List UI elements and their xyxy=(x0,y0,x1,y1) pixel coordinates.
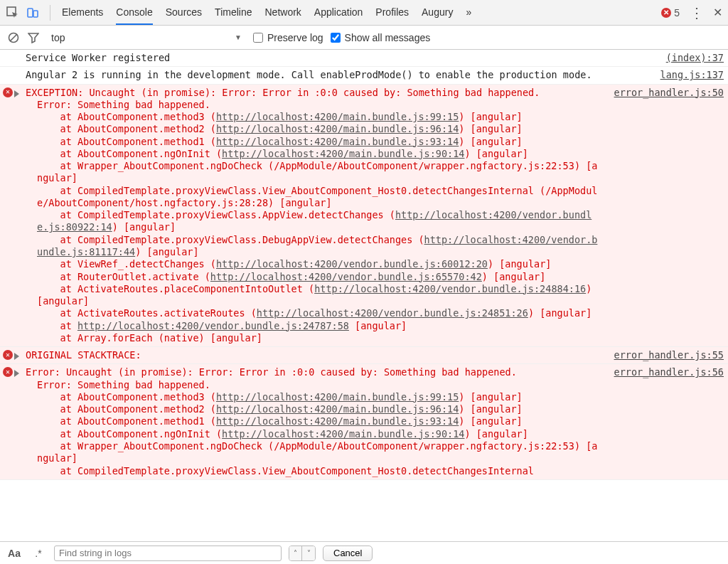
stack-link[interactable]: http://localhost:4200/vendor.bundle.js:2… xyxy=(257,307,528,319)
log-gutter: ✕ xyxy=(3,349,26,360)
svg-rect-2 xyxy=(33,11,38,17)
panel-tabs: Elements Console Sources Timeline Networ… xyxy=(62,1,661,25)
stack-link[interactable]: http://localhost:4200/main.bundle.js:90:… xyxy=(222,428,464,440)
filter-icon[interactable] xyxy=(27,31,40,44)
show-all-input[interactable] xyxy=(331,33,341,43)
close-icon[interactable]: ✕ xyxy=(713,6,722,19)
preserve-log-checkbox[interactable]: Preserve log xyxy=(253,32,323,43)
expand-icon[interactable] xyxy=(14,90,19,97)
cancel-button[interactable]: Cancel xyxy=(323,546,373,561)
log-row: Angular 2 is running in the development … xyxy=(0,67,728,84)
stack-link[interactable]: http://localhost:4200/main.bundle.js:90:… xyxy=(222,148,464,159)
stack-link[interactable]: http://localhost:4200/main.bundle.js:99:… xyxy=(216,391,459,403)
find-next-icon[interactable]: ˅ xyxy=(302,546,315,560)
error-icon: ✕ xyxy=(3,87,13,97)
tab-sources[interactable]: Sources xyxy=(166,1,202,25)
devtools-topbar: Elements Console Sources Timeline Networ… xyxy=(0,0,728,26)
log-row: ✕Error: Uncaught (in promise): Error: Er… xyxy=(0,364,728,479)
log-row: ✕EXCEPTION: Uncaught (in promise): Error… xyxy=(0,85,728,348)
find-stepper: ˄ ˅ xyxy=(289,546,316,561)
find-bar: Aa .* ˄ ˅ Cancel xyxy=(0,541,728,564)
tab-elements[interactable]: Elements xyxy=(62,1,103,25)
log-gutter xyxy=(3,52,26,53)
log-gutter xyxy=(3,69,26,70)
stack-link[interactable]: http://localhost:4200/vendor.bundle.js:2… xyxy=(314,283,586,294)
tab-timeline[interactable]: Timeline xyxy=(215,1,252,25)
tab-console[interactable]: Console xyxy=(116,1,152,25)
log-source-link[interactable]: (index):37 xyxy=(624,52,724,64)
show-all-label: Show all messages xyxy=(345,32,431,43)
log-message: EXCEPTION: Uncaught (in promise): Error:… xyxy=(26,87,600,345)
error-count-value: 5 xyxy=(674,7,680,18)
log-source-link[interactable]: error_handler.js:56 xyxy=(600,366,724,378)
divider xyxy=(50,5,50,21)
expand-icon[interactable] xyxy=(14,370,19,377)
svg-line-4 xyxy=(10,34,17,41)
stack-link[interactable]: http://localhost:4200/vendor.bundle.js:6… xyxy=(216,258,488,270)
find-input[interactable] xyxy=(54,546,282,561)
console-log-list[interactable]: Service Worker registered(index):37Angul… xyxy=(0,50,728,541)
stack-link[interactable]: http://localhost:4200/main.bundle.js:99:… xyxy=(216,111,459,122)
log-message: Angular 2 is running in the development … xyxy=(26,69,624,81)
stack-link[interactable]: http://localhost:4200/main.bundle.js:96:… xyxy=(216,403,459,415)
stack-link[interactable]: http://localhost:4200/vendor.bundle.js:8… xyxy=(37,209,592,233)
log-row: Service Worker registered(index):37 xyxy=(0,50,728,67)
log-row: ✕ORIGINAL STACKTRACE:error_handler.js:55 xyxy=(0,347,728,364)
tab-profiles[interactable]: Profiles xyxy=(375,1,409,25)
log-source-link[interactable]: error_handler.js:55 xyxy=(600,349,724,361)
log-message: ORIGINAL STACKTRACE: xyxy=(26,349,600,361)
stack-link[interactable]: http://localhost:4200/main.bundle.js:93:… xyxy=(216,415,459,427)
error-icon: ✕ xyxy=(3,367,13,377)
context-value: top xyxy=(51,32,65,43)
preserve-log-label: Preserve log xyxy=(267,32,323,43)
log-gutter: ✕ xyxy=(3,87,26,97)
stack-link[interactable]: http://localhost:4200/vendor.bundle.js:8… xyxy=(37,234,597,257)
svg-rect-1 xyxy=(28,9,33,17)
show-all-checkbox[interactable]: Show all messages xyxy=(331,32,431,43)
tab-network[interactable]: Network xyxy=(264,1,301,25)
device-toolbar-icon[interactable] xyxy=(26,6,40,20)
log-message: Service Worker registered xyxy=(26,52,624,64)
find-prev-icon[interactable]: ˄ xyxy=(289,546,302,560)
stack-link[interactable]: http://localhost:4200/vendor.bundle.js:2… xyxy=(77,320,349,331)
chevron-down-icon: ▼ xyxy=(235,33,242,41)
expand-icon[interactable] xyxy=(14,353,19,360)
error-icon: ✕ xyxy=(661,8,671,18)
stack-link[interactable]: http://localhost:4200/main.bundle.js:93:… xyxy=(216,136,459,147)
preserve-log-input[interactable] xyxy=(253,33,263,43)
console-toolbar: top ▼ Preserve log Show all messages xyxy=(0,26,728,50)
log-gutter: ✕ xyxy=(3,366,26,377)
regex-toggle[interactable]: .* xyxy=(30,548,47,559)
tab-augury[interactable]: Augury xyxy=(422,1,453,25)
tab-application[interactable]: Application xyxy=(314,1,363,25)
tabs-overflow[interactable]: » xyxy=(466,1,471,25)
clear-console-icon[interactable] xyxy=(7,31,20,44)
inspect-icon[interactable] xyxy=(6,6,20,20)
error-icon: ✕ xyxy=(3,350,13,360)
stack-link[interactable]: http://localhost:4200/vendor.bundle.js:6… xyxy=(210,271,482,282)
log-message: Error: Uncaught (in promise): Error: Err… xyxy=(26,366,600,477)
error-counter[interactable]: ✕ 5 xyxy=(661,7,680,18)
stack-link[interactable]: http://localhost:4200/main.bundle.js:96:… xyxy=(216,123,459,134)
match-case-toggle[interactable]: Aa xyxy=(6,548,23,559)
log-source-link[interactable]: lang.js:137 xyxy=(624,69,724,81)
log-source-link[interactable]: error_handler.js:50 xyxy=(600,87,724,99)
context-selector[interactable]: top ▼ xyxy=(47,30,246,46)
